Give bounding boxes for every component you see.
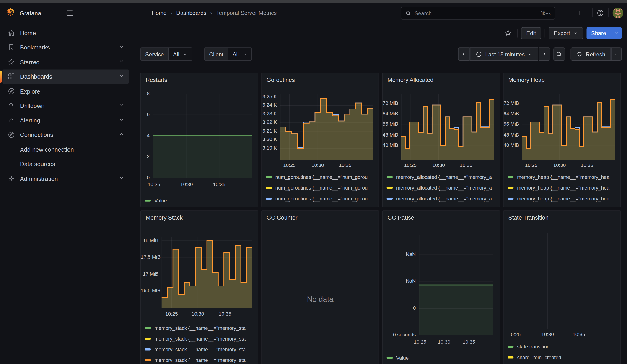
divider — [545, 29, 545, 37]
legend-item[interactable]: memory_heap {__name__="memory_hea — [508, 204, 620, 207]
refresh-interval-button[interactable] — [611, 48, 622, 61]
question-circle-icon — [596, 9, 604, 16]
search-input[interactable] — [415, 10, 537, 16]
panel-title[interactable]: Memory Allocated — [387, 77, 433, 83]
legend-item[interactable]: memory_heap {__name__="memory_hea — [508, 193, 620, 204]
search-bar[interactable]: ⌘+k — [401, 7, 555, 20]
search-shortcut: ⌘+k — [540, 10, 551, 16]
sidebar-item-label: Bookmarks — [20, 44, 119, 51]
legend-item[interactable]: Value — [387, 352, 499, 363]
panel-title[interactable]: Restarts — [146, 77, 167, 83]
x-tick-label: 10:35 — [573, 332, 585, 337]
sidebar-item-drilldown[interactable]: Drilldown — [2, 98, 129, 113]
panel-title[interactable]: GC Pause — [387, 214, 414, 221]
sidebar-item-bookmarks[interactable]: Bookmarks — [2, 40, 129, 55]
chevron-down-icon — [614, 31, 619, 35]
chevron-down-icon[interactable] — [119, 102, 124, 109]
edit-button[interactable]: Edit — [521, 27, 541, 39]
service-variable: Service All — [140, 48, 192, 61]
legend-item[interactable]: memory_allocated {__name__="memory_a — [387, 204, 499, 207]
help-button[interactable] — [596, 7, 604, 18]
time-shift-forward-button[interactable] — [538, 48, 550, 61]
breadcrumb-dashboards[interactable]: Dashboards — [176, 9, 206, 16]
legend-label: memory_allocated {__name__="memory_a — [396, 185, 499, 191]
panel-gc-counter: GC CounterNo data — [261, 210, 379, 364]
service-variable-value[interactable]: All — [169, 48, 192, 60]
legend-item[interactable]: memory_allocated {__name__="memory_a — [387, 193, 499, 204]
y-tick-label: 3.23 K — [262, 111, 277, 116]
sidebar-item-add-new-connection[interactable]: Add new connection — [2, 142, 129, 157]
sidebar-item-home[interactable]: Home — [2, 26, 129, 40]
x-tick-label: 10:35 — [463, 339, 475, 345]
y-tick-label: 17 MiB — [141, 271, 158, 277]
legend-item[interactable]: memory_allocated {__name__="memory_a — [387, 182, 499, 193]
legend-item[interactable]: memory_stack {__name__="memory_sta — [145, 355, 257, 364]
sidebar-item-connections[interactable]: Connections — [2, 127, 129, 142]
sidebar-item-data-sources[interactable]: Data sources — [2, 157, 129, 171]
y-tick-label: 0 seconds — [383, 332, 416, 338]
panel-title[interactable]: Goroutines — [266, 77, 295, 83]
chevron-down-icon[interactable] — [119, 175, 124, 182]
legend-item[interactable]: num_goroutines {__name__="num_gorou — [266, 172, 378, 182]
panel-title[interactable]: GC Counter — [266, 214, 297, 221]
legend-item[interactable]: num_goroutines {__name__="num_gorou — [266, 193, 378, 204]
chevron-down-icon[interactable] — [119, 116, 124, 124]
legend-item[interactable]: shard_item_created — [508, 352, 620, 363]
sidebar-item-alerting[interactable]: Alerting — [2, 113, 129, 127]
active-accent-bar — [0, 70, 1, 83]
y-tick-label: 48 MiB — [383, 132, 398, 138]
star-dashboard-button[interactable] — [502, 27, 514, 39]
x-tick-label: 10:30 — [192, 311, 204, 317]
navbar-brand-section: Grafana — [0, 3, 133, 23]
share-button[interactable]: Share — [586, 27, 611, 39]
sidebar-item-dashboards[interactable]: Dashboards — [2, 69, 129, 84]
add-new-button[interactable] — [576, 7, 588, 18]
sidebar-item-label: Add new connection — [20, 146, 129, 153]
legend-item[interactable]: num_goroutines {__name__="num_gorou — [266, 204, 378, 207]
chevron-down-icon[interactable] — [119, 73, 124, 80]
client-variable-label: Client — [205, 48, 228, 60]
service-variable-label: Service — [141, 48, 169, 60]
refresh-button[interactable]: Refresh — [571, 48, 611, 61]
time-shift-back-button[interactable] — [458, 48, 470, 61]
chevron-up-icon[interactable] — [119, 131, 124, 138]
legend-item[interactable]: memory_heap {__name__="memory_hea — [508, 182, 620, 193]
client-variable-value[interactable]: All — [228, 48, 252, 60]
home-icon — [2, 29, 20, 37]
legend-item[interactable]: memory_allocated {__name__="memory_a — [387, 172, 499, 182]
legend-item[interactable]: Value — [145, 195, 257, 206]
legend-color-pill — [266, 176, 272, 178]
refresh-icon — [576, 51, 582, 57]
x-tick-label: 10:30 — [180, 182, 193, 187]
y-tick-label: 3.22 K — [262, 119, 277, 125]
legend-item[interactable]: memory_heap {__name__="memory_hea — [508, 172, 620, 182]
chevron-down-icon — [528, 52, 533, 56]
x-tick-label: 10:25 — [404, 162, 417, 168]
share-menu-button[interactable] — [611, 27, 622, 39]
panel-title[interactable]: Memory Stack — [146, 214, 183, 221]
legend-label: memory_heap {__name__="memory_hea — [517, 174, 620, 180]
sidebar-toggle-icon[interactable] — [65, 8, 75, 18]
sidebar-item-starred[interactable]: Starred — [2, 55, 129, 69]
legend-item[interactable]: memory_stack {__name__="memory_sta — [145, 333, 257, 344]
y-tick-label: NaN — [383, 278, 416, 284]
panel-title[interactable]: Memory Heap — [508, 77, 545, 83]
legend-item[interactable]: num_goroutines {__name__="num_gorou — [266, 182, 378, 193]
zoom-out-button[interactable] — [553, 48, 565, 61]
legend-item[interactable]: memory_stack {__name__="memory_sta — [145, 344, 257, 355]
legend-item[interactable]: memory_stack {__name__="memory_sta — [145, 322, 257, 333]
chevron-down-icon[interactable] — [119, 58, 124, 66]
chevron-down-icon[interactable] — [119, 44, 124, 51]
breadcrumb-home[interactable]: Home — [152, 9, 166, 16]
export-button[interactable]: Export — [549, 27, 583, 39]
y-tick-label: 3.25 K — [262, 94, 277, 100]
sidebar-item-administration[interactable]: Administration — [2, 171, 129, 186]
divider — [592, 8, 593, 17]
time-range-picker[interactable]: Last 15 minutes — [470, 48, 538, 61]
sidebar-item-explore[interactable]: Explore — [2, 84, 129, 99]
user-avatar[interactable] — [612, 7, 623, 18]
legend-item[interactable]: state transition — [508, 341, 620, 352]
panel-title[interactable]: State Transition — [508, 214, 549, 221]
chart-plot-area — [505, 233, 617, 329]
legend-label: state transition — [517, 344, 620, 350]
